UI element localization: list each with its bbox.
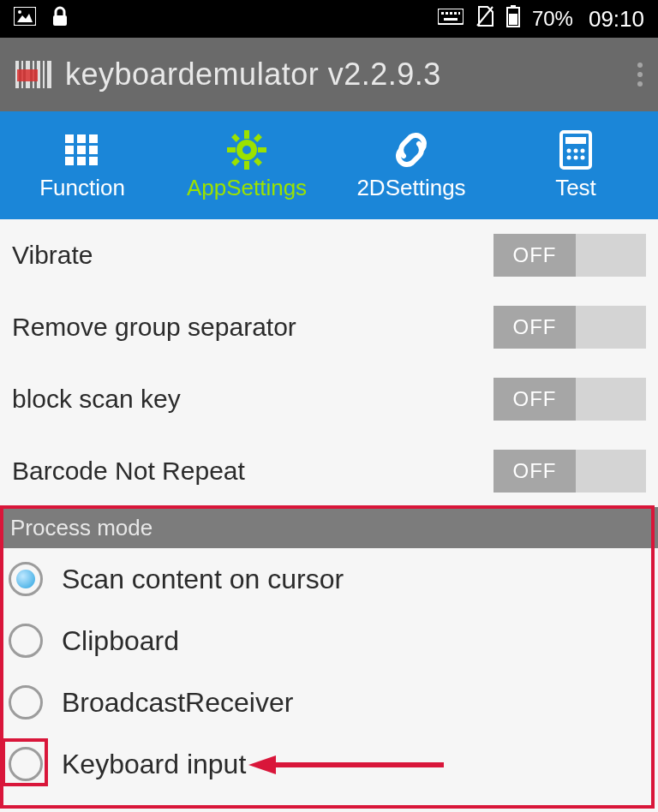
calculator-icon: [559, 130, 592, 170]
svg-rect-7: [450, 12, 452, 15]
svg-rect-30: [77, 157, 86, 165]
tab-label: Test: [555, 175, 596, 201]
tab-2dsettings[interactable]: 2DSettings: [329, 111, 494, 219]
setting-label: Barcode Not Repeat: [12, 457, 494, 486]
svg-rect-38: [254, 134, 262, 142]
svg-rect-3: [53, 15, 67, 26]
svg-rect-43: [565, 137, 586, 144]
status-left: [14, 5, 69, 33]
toggle-barcode-not-repeat[interactable]: OFF: [494, 450, 646, 493]
svg-point-41: [242, 146, 251, 154]
svg-rect-14: [509, 14, 517, 25]
overflow-menu-button[interactable]: [637, 63, 643, 87]
toggle-knob: OFF: [494, 378, 576, 421]
radio-broadcast-receiver[interactable]: BroadcastReceiver: [0, 672, 658, 733]
svg-rect-5: [441, 12, 444, 15]
svg-rect-33: [244, 130, 249, 139]
app-bar: keyboardemulator v2.2.9.3: [0, 38, 658, 111]
svg-rect-4: [438, 9, 464, 24]
svg-rect-36: [258, 147, 266, 152]
svg-rect-37: [231, 134, 240, 142]
svg-rect-34: [244, 161, 249, 170]
svg-point-2: [18, 10, 21, 14]
setting-label: Vibrate: [12, 241, 494, 270]
svg-point-46: [581, 148, 585, 152]
svg-marker-1: [17, 14, 33, 22]
tab-label: Function: [39, 175, 125, 201]
svg-point-49: [581, 155, 585, 159]
svg-rect-9: [458, 12, 460, 15]
svg-rect-23: [65, 134, 74, 143]
tab-label: 2DSettings: [356, 175, 465, 201]
battery-percent: 70%: [532, 7, 573, 31]
tab-test[interactable]: Test: [494, 111, 658, 219]
image-icon: [14, 7, 36, 31]
keyboard-icon: [438, 7, 464, 31]
svg-rect-8: [454, 12, 457, 15]
radio-clipboard[interactable]: Clipboard: [0, 610, 658, 672]
svg-rect-21: [47, 61, 51, 88]
section-title: Process mode: [10, 515, 153, 541]
clock-time: 09:10: [589, 6, 644, 33]
tab-label: AppSettings: [187, 175, 307, 201]
annotation-arrow-icon: [248, 752, 446, 778]
radio-button-icon: [9, 747, 43, 781]
svg-marker-51: [248, 755, 276, 774]
setting-barcode-not-repeat[interactable]: Barcode Not Repeat OFF: [0, 435, 658, 507]
svg-rect-26: [65, 146, 74, 154]
screen: 70% 09:10 keyboardemulator v2.2.9.3: [0, 0, 658, 812]
battery-icon: [506, 5, 520, 33]
svg-rect-27: [77, 146, 86, 154]
radio-button-icon: [9, 562, 43, 596]
settings-list: Vibrate OFF Remove group separator OFF b…: [0, 219, 658, 812]
section-process-mode: Process mode: [0, 507, 658, 548]
svg-rect-28: [89, 146, 98, 154]
toggle-vibrate[interactable]: OFF: [494, 234, 646, 277]
no-sim-icon: [476, 5, 494, 33]
svg-rect-10: [444, 18, 458, 21]
lock-icon: [51, 5, 69, 33]
app-title: keyboardemulator v2.2.9.3: [65, 57, 441, 93]
setting-block-scan-key[interactable]: block scan key OFF: [0, 363, 658, 435]
radio-label: Scan content on cursor: [62, 564, 344, 595]
toggle-knob: OFF: [494, 306, 576, 349]
toggle-knob: OFF: [494, 234, 576, 277]
setting-vibrate[interactable]: Vibrate OFF: [0, 219, 658, 291]
svg-point-47: [567, 155, 571, 159]
setting-label: block scan key: [12, 385, 494, 414]
setting-label: Remove group separator: [12, 313, 494, 342]
svg-rect-31: [89, 157, 98, 165]
svg-point-45: [574, 148, 578, 152]
svg-point-48: [574, 155, 578, 159]
radio-label: Clipboard: [62, 625, 179, 657]
radio-scan-content-on-cursor[interactable]: Scan content on cursor: [0, 548, 658, 610]
tab-appsettings[interactable]: AppSettings: [164, 111, 329, 219]
toggle-block-scan-key[interactable]: OFF: [494, 378, 646, 421]
gear-icon: [227, 130, 266, 170]
svg-rect-39: [231, 158, 240, 166]
status-right: 70% 09:10: [438, 5, 644, 33]
radio-label: Keyboard input: [62, 749, 246, 780]
svg-rect-20: [43, 61, 45, 88]
grid-icon: [63, 130, 101, 170]
setting-remove-group-separator[interactable]: Remove group separator OFF: [0, 291, 658, 363]
svg-rect-25: [89, 134, 98, 143]
toggle-knob: OFF: [494, 450, 576, 493]
tab-function[interactable]: Function: [0, 111, 164, 219]
tab-bar: Function AppSettings: [0, 111, 658, 219]
svg-rect-0: [14, 7, 36, 26]
toggle-remove-group-separator[interactable]: OFF: [494, 306, 646, 349]
radio-button-icon: [9, 624, 43, 658]
svg-rect-24: [77, 134, 86, 143]
barcode-icon: [15, 57, 53, 92]
radio-button-icon: [9, 685, 43, 719]
status-bar: 70% 09:10: [0, 0, 658, 38]
svg-rect-35: [227, 147, 236, 152]
svg-rect-29: [65, 157, 74, 165]
svg-point-44: [567, 148, 571, 152]
svg-rect-6: [446, 12, 448, 15]
radio-label: BroadcastReceiver: [62, 687, 293, 719]
link-icon: [390, 130, 433, 170]
svg-rect-40: [254, 158, 262, 166]
svg-rect-22: [17, 69, 38, 81]
